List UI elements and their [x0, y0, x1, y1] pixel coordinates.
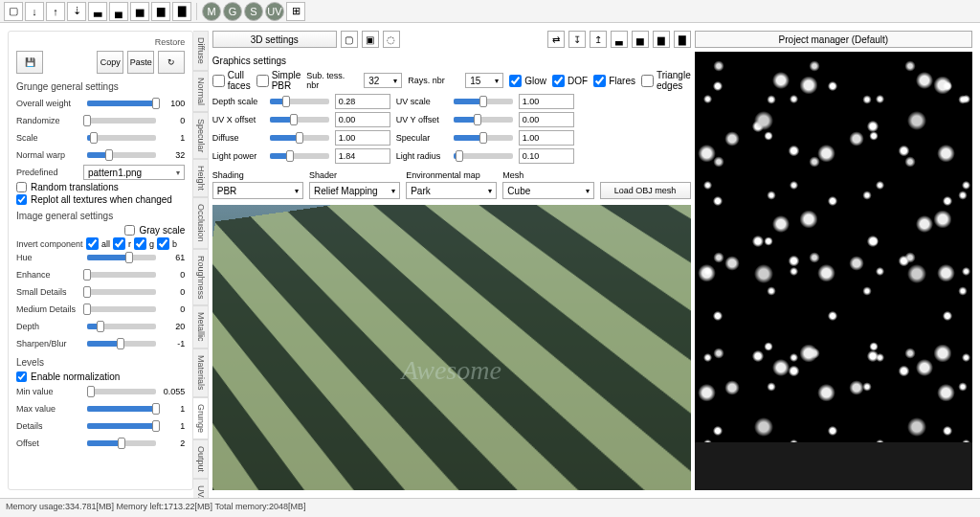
shader-combo[interactable]: Relief Mapping [309, 182, 400, 199]
3d-viewport[interactable]: Awesome [212, 205, 691, 490]
random-translations-checkbox[interactable]: Random translations [16, 182, 185, 192]
tb-arrow-down2-icon[interactable]: ⇣ [67, 2, 86, 21]
simple-pbr-checkbox[interactable]: Simple PBR [256, 70, 301, 91]
image-2-slider[interactable] [87, 289, 156, 295]
load-obj-button[interactable]: Load OBJ mesh [600, 182, 691, 199]
tb-layers-icon[interactable]: ⊞ [286, 2, 305, 21]
gfx-0-slider-b[interactable] [454, 99, 513, 104]
levels-2-slider[interactable] [87, 423, 156, 429]
gfx-3-input-a[interactable] [335, 148, 390, 164]
gfx-3-input-b[interactable] [519, 148, 574, 164]
paste-icon[interactable]: Paste [127, 51, 154, 74]
tab-specular[interactable]: Specular [193, 112, 209, 160]
mesh-combo[interactable]: Cube [502, 182, 593, 199]
tb-g-icon[interactable]: G [223, 2, 242, 21]
tab-occlusion[interactable]: Occlusion [193, 197, 209, 249]
image-0-value: 61 [160, 253, 185, 262]
gfx-1-slider-b[interactable] [454, 117, 513, 123]
tool-6-icon[interactable]: ▆ [653, 31, 670, 48]
gfx-1-input-a[interactable] [335, 112, 390, 127]
gfx-1-slider-a[interactable] [270, 117, 329, 123]
levels-3-slider[interactable] [87, 440, 156, 446]
view-cube-icon[interactable]: ▢ [341, 31, 358, 48]
tab-normal[interactable]: Normal [193, 71, 209, 112]
tab-grunge[interactable]: Grunge [193, 397, 209, 439]
gfx-0-slider-a[interactable] [270, 99, 329, 104]
3d-settings-button[interactable]: 3D settings [212, 31, 337, 48]
tab-diffuse[interactable]: Diffuse [193, 31, 209, 71]
tb-hist5-icon[interactable]: ▇ [172, 2, 191, 21]
image-3-slider[interactable] [87, 306, 156, 312]
project-manager-title[interactable]: Project manager (Default) [695, 31, 972, 48]
tool-4-icon[interactable]: ▃ [611, 31, 628, 48]
gfx-2-input-a[interactable] [335, 130, 390, 146]
tab-height[interactable]: Height [193, 159, 209, 197]
rays-combo[interactable]: 15 [465, 73, 503, 88]
image-0-slider[interactable] [87, 255, 156, 260]
tb-uv-icon[interactable]: UV [265, 2, 284, 21]
flares-checkbox[interactable]: Flares [593, 75, 635, 87]
tab-metallic[interactable]: Metallic [193, 305, 209, 348]
gfx-3-slider-a[interactable] [270, 153, 329, 159]
shading-combo[interactable]: PBR [212, 182, 303, 199]
tool-1-icon[interactable]: ⇄ [547, 31, 565, 48]
save-icon[interactable]: 💾 [16, 51, 43, 74]
tb-arrow-down-icon[interactable]: ↓ [25, 2, 44, 21]
tb-hist3-icon[interactable]: ▅ [130, 2, 149, 21]
dof-checkbox[interactable]: DOF [552, 75, 588, 87]
image-5-slider[interactable] [87, 341, 156, 347]
tool-7-icon[interactable]: ▇ [674, 31, 691, 48]
gfx-2-slider-a[interactable] [270, 135, 329, 141]
invert-all-checkbox[interactable] [86, 237, 99, 250]
tab-roughness[interactable]: Roughness [193, 249, 209, 306]
grunge-3-slider[interactable] [87, 152, 156, 158]
cull-faces-checkbox[interactable]: Cull faces [212, 70, 251, 91]
invert-b-checkbox[interactable] [157, 237, 169, 250]
reload-icon[interactable]: ↻ [158, 51, 185, 74]
restore-button[interactable]: Restore [16, 37, 185, 47]
shading-label: Shading [212, 170, 303, 180]
tb-hist4-icon[interactable]: ▆ [151, 2, 170, 21]
triangle-edges-checkbox[interactable]: Triangle edges [641, 70, 691, 91]
gfx-1-input-b[interactable] [519, 112, 574, 127]
gfx-0-input-b[interactable] [519, 94, 574, 109]
copy-icon[interactable]: Copy [97, 51, 123, 74]
grayscale-checkbox[interactable]: Gray scale [16, 225, 185, 236]
predefined-combo[interactable]: pattern1.png [83, 165, 185, 180]
tb-m-icon[interactable]: M [202, 2, 221, 21]
tb-cube-icon[interactable]: ▢ [4, 2, 23, 21]
grunge-1-slider[interactable] [87, 118, 156, 124]
tab-materials[interactable]: Materials [193, 348, 209, 397]
levels-0-slider[interactable] [87, 389, 156, 394]
tb-hist1-icon[interactable]: ▃ [88, 2, 107, 21]
levels-3-value: 2 [160, 438, 185, 448]
tool-2-icon[interactable]: ↧ [568, 31, 586, 48]
enable-normalization-checkbox[interactable]: Enable normalization [16, 371, 185, 382]
replot-checkbox[interactable]: Replot all textures when changed [16, 194, 185, 205]
invert-g-checkbox[interactable] [134, 237, 146, 250]
gfx-0-input-a[interactable] [335, 94, 390, 109]
tb-arrow-up-icon[interactable]: ↑ [46, 2, 65, 21]
tb-hist2-icon[interactable]: ▄ [109, 2, 128, 21]
levels-label: Levels [16, 357, 185, 368]
glow-checkbox[interactable]: Glow [509, 75, 546, 87]
center-area: 3D settings ▢ ▣ ◌ ⇄ ↧ ↥ ▃ ▅ ▆ ▇ Graphics… [212, 31, 691, 490]
grunge-2-slider[interactable] [87, 135, 156, 141]
tool-3-icon[interactable]: ↥ [590, 31, 607, 48]
env-combo[interactable]: Park [406, 182, 497, 199]
image-4-slider[interactable] [87, 324, 156, 329]
tess-combo[interactable]: 32 [364, 73, 402, 88]
gfx-2-input-b[interactable] [519, 130, 574, 146]
gfx-3-slider-b[interactable] [454, 153, 513, 159]
invert-r-checkbox[interactable] [113, 237, 125, 250]
image-1-slider[interactable] [87, 272, 156, 278]
grunge-0-slider[interactable] [87, 101, 156, 106]
view-camera-icon[interactable]: ▣ [362, 31, 379, 48]
view-refresh-icon[interactable]: ◌ [383, 31, 400, 48]
tb-s-icon[interactable]: S [244, 2, 263, 21]
levels-1-slider[interactable] [87, 406, 156, 412]
gfx-2-slider-b[interactable] [454, 135, 513, 141]
tab-output[interactable]: Output [193, 439, 209, 479]
texture-preview[interactable] [695, 52, 972, 490]
tool-5-icon[interactable]: ▅ [632, 31, 649, 48]
